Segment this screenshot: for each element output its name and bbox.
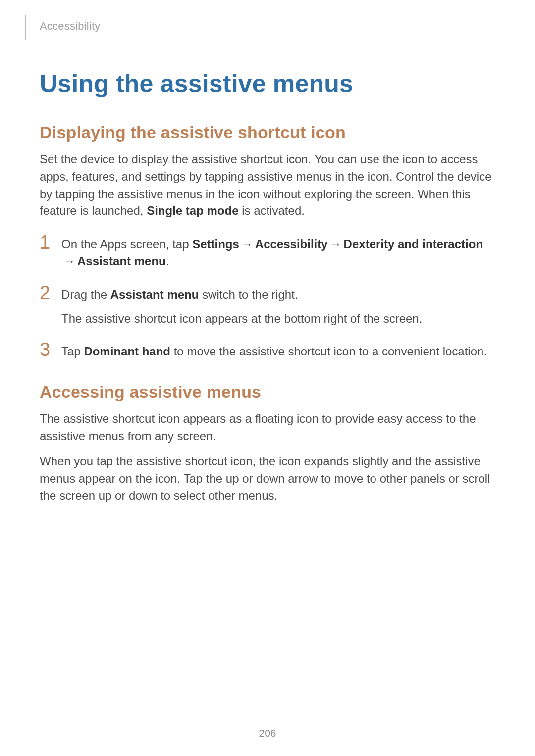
step-2: 2 Drag the Assistant menu switch to the … [40, 283, 495, 328]
step-body: Drag the Assistant menu switch to the ri… [61, 283, 495, 328]
step-bold-assistant-menu: Assistant menu [77, 254, 166, 268]
page-title: Using the assistive menus [40, 69, 495, 98]
step-text: Tap [61, 345, 84, 358]
step-3: 3 Tap Dominant hand to move the assistiv… [40, 340, 495, 360]
step-bold-dominant-hand: Dominant hand [84, 345, 170, 358]
step-body: Tap Dominant hand to move the assistive … [61, 340, 495, 360]
arrow-icon: → [328, 236, 344, 253]
step-bold-dexterity: Dexterity and interaction [344, 237, 483, 251]
step-body: On the Apps screen, tap Settings → Acces… [61, 233, 495, 270]
step-number: 3 [40, 340, 61, 359]
section-heading-accessing: Accessing assistive menus [40, 382, 495, 402]
step-number: 2 [40, 283, 61, 302]
intro-bold-single-tap-mode: Single tap mode [147, 204, 238, 217]
step-text: The assistive shortcut icon appears at t… [61, 310, 495, 328]
header-rule-icon [25, 15, 26, 40]
step-text: switch to the right. [199, 288, 298, 301]
section-label: Accessibility [40, 15, 495, 33]
step-text: . [166, 254, 169, 268]
arrow-icon: → [239, 236, 255, 253]
arrow-icon: → [61, 253, 77, 270]
step-text: Drag the [61, 288, 110, 301]
page-number: 206 [0, 727, 535, 739]
page: Accessibility Using the assistive menus … [0, 0, 535, 756]
page-header: Accessibility [40, 15, 495, 40]
section-heading-displaying: Displaying the assistive shortcut icon [40, 123, 495, 142]
step-list: 1 On the Apps screen, tap Settings → Acc… [40, 233, 495, 360]
step-bold-accessibility: Accessibility [255, 237, 328, 251]
intro-text-post: is activated. [239, 204, 305, 217]
step-text: On the Apps screen, tap [61, 237, 192, 251]
section2-para2: When you tap the assistive shortcut icon… [40, 453, 495, 504]
step-bold-assistant-menu: Assistant menu [110, 288, 199, 301]
intro-paragraph: Set the device to display the assistive … [40, 151, 495, 220]
step-number: 1 [40, 233, 61, 252]
step-text: to move the assistive shortcut icon to a… [170, 345, 487, 358]
section2-para1: The assistive shortcut icon appears as a… [40, 410, 495, 445]
step-1: 1 On the Apps screen, tap Settings → Acc… [40, 233, 495, 270]
step-bold-settings: Settings [192, 237, 239, 251]
